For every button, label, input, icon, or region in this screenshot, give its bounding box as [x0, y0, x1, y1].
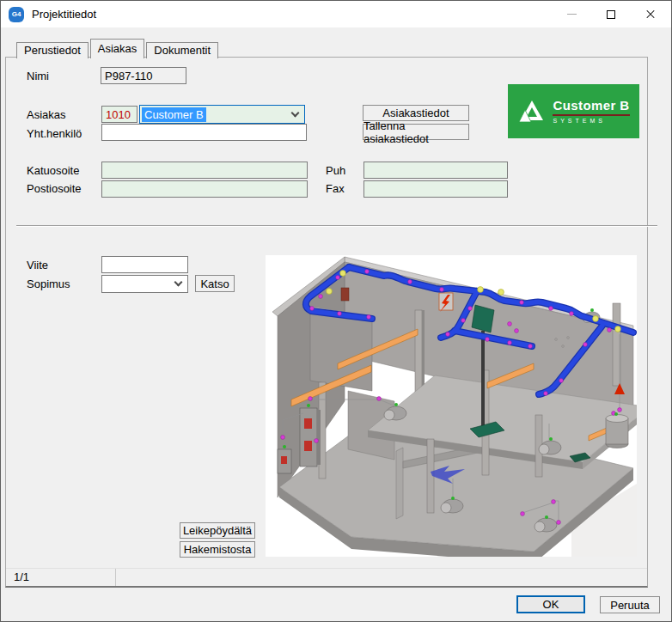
chevron-down-icon[interactable] — [174, 278, 183, 287]
asiakas-selected-value: Customer B — [142, 107, 206, 122]
minimize-button[interactable] — [552, 1, 591, 27]
leikepoydalta-button[interactable]: Leikepöydältä — [180, 522, 255, 539]
ok-button[interactable]: OK — [516, 595, 585, 613]
logo-text: Customer B SYSTEMS — [553, 99, 629, 125]
katso-button[interactable]: Katso — [195, 275, 235, 292]
asiakas-code-input[interactable] — [101, 106, 137, 123]
mountain-logo-icon — [517, 100, 545, 124]
tallenna-asiakastiedot-button[interactable]: Tallenna asiakastiedot — [363, 124, 469, 140]
section-divider — [16, 225, 657, 227]
katuosoite-input[interactable] — [101, 162, 308, 179]
window-controls — [552, 1, 670, 27]
nimi-input[interactable] — [101, 67, 186, 84]
tab-asiakas[interactable]: Asiakas — [90, 39, 145, 58]
lightning-symbol — [439, 293, 453, 312]
window-title: Projektitiedot — [32, 8, 96, 21]
yht-henkilo-input[interactable] — [101, 124, 307, 141]
hakemistosta-button[interactable]: Hakemistosta — [180, 541, 255, 558]
postiosoite-input[interactable] — [101, 180, 308, 198]
3d-room-render — [266, 255, 637, 557]
sopimus-label: Sopimus — [27, 277, 70, 291]
sopimus-combobox[interactable] — [101, 275, 188, 293]
logo-brand: Customer B — [553, 99, 629, 113]
fax-label: Fax — [326, 182, 345, 196]
minimize-icon — [567, 14, 577, 15]
customer-logo: Customer B SYSTEMS — [508, 84, 639, 138]
viite-label: Viite — [27, 259, 48, 272]
puh-label: Puh — [326, 164, 345, 178]
asiakas-combobox[interactable]: Customer B — [139, 105, 305, 124]
puh-input[interactable] — [363, 162, 508, 179]
nimi-label: Nimi — [27, 70, 49, 83]
chevron-down-icon[interactable] — [291, 108, 300, 117]
app-icon: G4 — [9, 7, 24, 22]
logo-underline — [553, 114, 629, 116]
close-icon — [645, 9, 656, 20]
status-page-indicator: 1/1 — [6, 569, 116, 586]
fax-input[interactable] — [363, 180, 508, 198]
status-bar: 1/1 — [6, 568, 647, 586]
asiakas-label: Asiakas — [27, 108, 66, 122]
peruuta-button[interactable]: Peruuta — [600, 596, 660, 613]
close-button[interactable] — [631, 1, 670, 27]
tab-perustiedot[interactable]: Perustiedot — [16, 42, 89, 58]
maximize-icon — [607, 10, 615, 19]
maximize-button[interactable] — [591, 1, 631, 27]
viite-input[interactable] — [101, 256, 188, 273]
tab-strip: Perustiedot Asiakas Dokumentit — [16, 39, 218, 58]
logo-subtitle: SYSTEMS — [553, 118, 629, 125]
projektitiedot-dialog: G4 Projektitiedot Perustiedot Asiakas Do… — [0, 0, 672, 622]
yht-henkilo-label: Yht.henkilö — [27, 127, 82, 141]
postiosoite-label: Postiosoite — [27, 182, 82, 196]
tab-dokumentit[interactable]: Dokumentit — [146, 42, 218, 58]
project-3d-preview — [266, 255, 637, 557]
katuosoite-label: Katuosoite — [27, 164, 79, 178]
title-bar: G4 Projektitiedot — [1, 1, 671, 27]
